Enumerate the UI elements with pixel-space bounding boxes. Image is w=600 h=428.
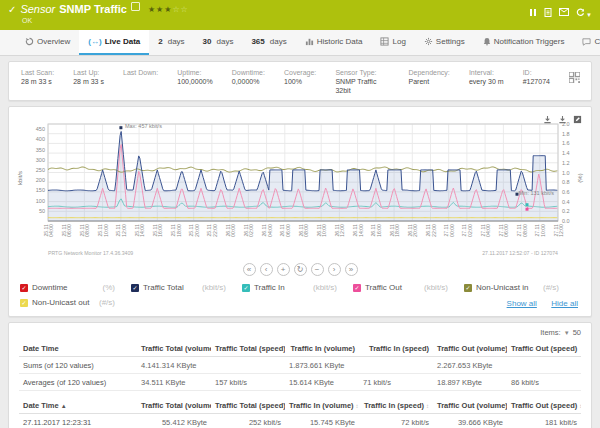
download-image-icon	[543, 110, 552, 128]
values-table: Date Time▲Traffic Total (volume)↕Traffic…	[19, 398, 581, 428]
legend-checkbox-traffic-total[interactable]: ✓	[131, 284, 139, 292]
pan-far-right-button[interactable]: »	[345, 263, 358, 276]
live-icon: (↔)	[88, 37, 101, 46]
tab-notification-triggers[interactable]: Notification Triggers	[474, 30, 574, 55]
chart-card: 501001502002503003504004500.00.20.40.60.…	[8, 106, 592, 317]
column-header[interactable]: Traffic Total (speed)↕	[211, 398, 285, 414]
table-row: Averages (of 120 values)34.511 KByte157 …	[19, 374, 581, 391]
legend-checkbox-non-unicast-in[interactable]: ✓	[464, 284, 472, 292]
table-cell: Averages (of 120 values)	[19, 374, 137, 391]
svg-text:04:00: 04:00	[267, 224, 273, 237]
tab-label: days	[168, 37, 185, 46]
legend-label: Traffic In	[254, 283, 285, 292]
column-header[interactable]: Traffic Total (volume)↕	[137, 398, 211, 414]
reset-zoom-button[interactable]: ↻	[294, 263, 307, 276]
info-value: 28 m 33 s	[21, 77, 69, 86]
legend-checkbox-non-unicast-out[interactable]: ✓	[20, 299, 28, 307]
legend-item-traffic-total: ✓Traffic Total(kbit/s)	[131, 280, 242, 295]
zoom-in-button[interactable]: +	[277, 263, 290, 276]
svg-text:20:00: 20:00	[194, 224, 200, 237]
column-header: Date Time	[19, 341, 137, 357]
tab-label: Live Data	[105, 37, 141, 46]
column-header: Traffic Total (speed)	[211, 341, 285, 357]
email-button[interactable]	[559, 8, 569, 18]
email-icon	[559, 8, 569, 18]
legend-unit: (kbit/s)	[202, 283, 226, 292]
table-cell: 39.666 KByte	[433, 414, 507, 428]
tab-2-days[interactable]: 2days	[149, 30, 193, 55]
info-item: Coverage:100%	[284, 68, 335, 95]
column-header[interactable]: Traffic In (speed)↕	[359, 398, 433, 414]
tab-30-days[interactable]: 30days	[194, 30, 243, 55]
tab-overview[interactable]: Overview	[16, 30, 79, 55]
refresh-button[interactable]: ▼	[576, 8, 592, 19]
download-data-icon	[558, 110, 567, 128]
sort-asc-icon: ▲	[61, 403, 67, 409]
legend-checkbox-downtime[interactable]: ✓	[20, 284, 28, 292]
table-cell: 181 kbit/s	[507, 414, 581, 428]
prtg-sensor-page: ✓ Sensor SNMP Traffic ★★★☆☆ OK ▼ Overvie…	[0, 0, 600, 428]
tab-settings[interactable]: Settings	[415, 30, 474, 55]
download-data-button[interactable]	[558, 110, 567, 128]
download-image-button[interactable]	[543, 110, 552, 128]
tab-bar: Overview(↔)Live Data2days30days365daysHi…	[0, 30, 600, 56]
svg-text:14:00: 14:00	[358, 224, 364, 237]
table-cell: Sums (of 120 values)	[19, 357, 137, 374]
pause-button[interactable]	[529, 8, 537, 19]
tab-label: Notification Triggers	[494, 37, 565, 46]
items-per-page-control[interactable]: Items: ▼ 50	[19, 326, 581, 341]
svg-text:0.6: 0.6	[562, 189, 570, 195]
stars-empty: ☆☆	[172, 5, 188, 14]
tab-label: Overview	[37, 37, 70, 46]
sort-icon: ↕	[356, 403, 359, 409]
column-header: Traffic In (volume)	[285, 341, 359, 357]
pan-right-button[interactable]: ›	[328, 263, 341, 276]
column-header[interactable]: Date Time▲	[19, 398, 137, 414]
info-value: 100%	[284, 77, 331, 86]
svg-text:16:00: 16:00	[157, 224, 163, 237]
info-item: Downtime:0,0000%	[232, 68, 284, 95]
info-value: #127074	[523, 77, 565, 86]
svg-text:27.11.2017 12:52:07 - ID 12707: 27.11.2017 12:52:07 - ID 127074	[482, 250, 558, 256]
traffic-chart: 501001502002503003504004500.00.20.40.60.…	[14, 118, 586, 262]
svg-text:400: 400	[36, 136, 45, 142]
bell-icon	[483, 37, 491, 46]
chart-legend: ✓Downtime(%)✓Traffic Total(kbit/s)✓Traff…	[14, 280, 586, 312]
svg-text:150: 150	[36, 187, 45, 193]
tab-365-days[interactable]: 365days	[242, 30, 295, 55]
table-cell: 18.897 KByte	[433, 374, 507, 391]
legend-checkbox-traffic-in[interactable]: ✓	[242, 284, 250, 292]
hide-all-link[interactable]: Hide all	[551, 299, 578, 308]
table-cell: 55.412 KByte	[137, 414, 211, 428]
legend-unit: (kbit/s)	[424, 283, 448, 292]
info-label: Last Up:	[73, 68, 119, 77]
show-all-link[interactable]: Show all	[507, 299, 537, 308]
svg-text:1.4: 1.4	[562, 150, 570, 156]
svg-text:16:00: 16:00	[376, 224, 382, 237]
chart-toolbar	[543, 110, 582, 128]
tab-historic-data[interactable]: Historic Data	[296, 30, 372, 55]
pan-far-left-button[interactable]: «	[243, 263, 256, 276]
zoom-out-button[interactable]: −	[311, 263, 324, 276]
info-label: ID:	[523, 68, 565, 77]
svg-text:0.2: 0.2	[562, 208, 570, 214]
pan-left-button[interactable]: ‹	[260, 263, 273, 276]
legend-checkbox-traffic-out[interactable]: ✓	[353, 284, 361, 292]
info-label: Dependency:	[409, 68, 465, 77]
svg-text:12:00: 12:00	[339, 224, 345, 237]
column-header[interactable]: Traffic Out (volume)↕	[433, 398, 507, 414]
tab-comments[interactable]: Comments	[573, 30, 600, 55]
tab-log[interactable]: Log	[371, 30, 414, 55]
tab-live-data[interactable]: (↔)Live Data	[79, 30, 149, 55]
report-button[interactable]	[544, 8, 552, 19]
star-rating[interactable]: ★★★☆☆	[148, 3, 189, 16]
svg-text:0.8: 0.8	[562, 179, 570, 185]
column-header[interactable]: Traffic Out (speed)↕	[507, 398, 581, 414]
items-per-page-label: Items:	[540, 328, 560, 337]
edit-button[interactable]	[573, 110, 582, 128]
column-header: Traffic Out (volume)	[433, 341, 507, 357]
svg-text:0.0: 0.0	[562, 218, 570, 224]
qr-code-icon[interactable]	[569, 68, 583, 95]
legend-item-downtime: ✓Downtime(%)	[20, 280, 131, 295]
column-header[interactable]: Traffic In (volume)↕	[285, 398, 359, 414]
